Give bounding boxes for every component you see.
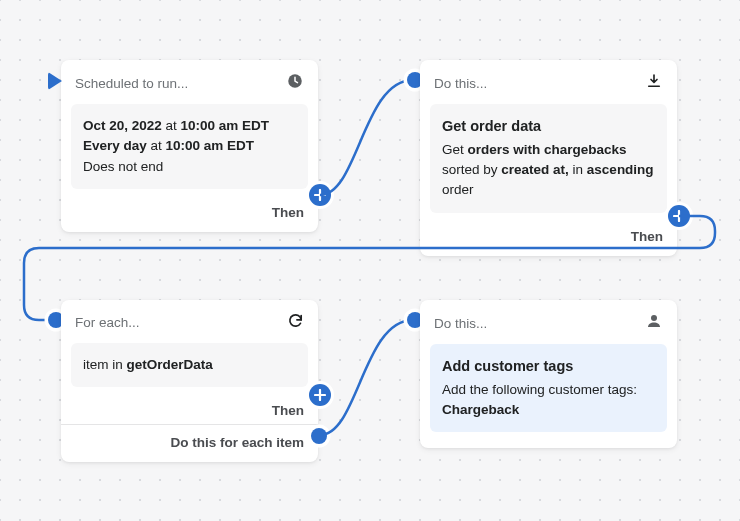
add-step-button[interactable] [668, 205, 690, 227]
card-header: Do this... [420, 300, 677, 344]
card-add-customer-tags[interactable]: Do this... Add customer tags Add the fol… [420, 300, 677, 448]
start-time: 10:00 am EDT [181, 118, 270, 133]
card-header: Do this... [420, 60, 677, 104]
text: sorted by [442, 162, 501, 177]
action-name: Get order data [442, 116, 655, 138]
text-bold: created at, [501, 162, 569, 177]
text: in [569, 162, 587, 177]
loop-node-dot [311, 428, 327, 444]
card-body: Oct 20, 2022 at 10:00 am EDT Every day a… [71, 104, 308, 189]
connector [318, 70, 428, 210]
card-for-each[interactable]: For each... item in getOrderData Then Do… [61, 300, 318, 462]
connector [318, 310, 428, 450]
card-scheduled[interactable]: Scheduled to run... Oct 20, 2022 at 10:0… [61, 60, 318, 232]
then-label: Then [272, 205, 304, 220]
card-body: item in getOrderData [71, 343, 308, 387]
loop-label: Do this for each item [170, 435, 304, 450]
card-body: Add customer tags Add the following cust… [430, 344, 667, 432]
card-header: For each... [61, 300, 318, 343]
card-footer: Then [61, 397, 318, 420]
clock-icon [286, 72, 304, 94]
card-title: Scheduled to run... [75, 76, 188, 91]
person-icon [645, 312, 663, 334]
text: order [442, 182, 474, 197]
svg-point-1 [651, 315, 657, 321]
then-label: Then [631, 229, 663, 244]
refresh-icon [287, 312, 304, 333]
recurrence-time: 10:00 am EDT [166, 138, 255, 153]
text-bold: orders with chargebacks [468, 142, 627, 157]
text: Add the following customer tags: [442, 382, 637, 397]
text: Get [442, 142, 468, 157]
card-header: Scheduled to run... [61, 60, 318, 104]
action-name: Add customer tags [442, 356, 655, 378]
card-title: Do this... [434, 316, 487, 331]
card-footer: Then [61, 199, 318, 232]
download-icon [645, 72, 663, 94]
end-condition: Does not end [83, 157, 296, 177]
start-date: Oct 20, 2022 [83, 118, 162, 133]
card-title: Do this... [434, 76, 487, 91]
text: item in [83, 357, 127, 372]
text-bold: ascending [587, 162, 654, 177]
tag-value: Chargeback [442, 402, 519, 417]
add-step-button[interactable] [309, 184, 331, 206]
recurrence: Every day [83, 138, 147, 153]
add-step-button[interactable] [309, 384, 331, 406]
text: at [147, 138, 166, 153]
variable-name: getOrderData [127, 357, 213, 372]
loop-footer: Do this for each item [61, 425, 318, 462]
card-title: For each... [75, 315, 140, 330]
play-icon [48, 72, 62, 90]
card-footer: Then [420, 223, 677, 256]
card-body: Get order data Get orders with chargebac… [430, 104, 667, 213]
then-label: Then [272, 403, 304, 418]
text: at [162, 118, 181, 133]
card-get-order-data[interactable]: Do this... Get order data Get orders wit… [420, 60, 677, 256]
